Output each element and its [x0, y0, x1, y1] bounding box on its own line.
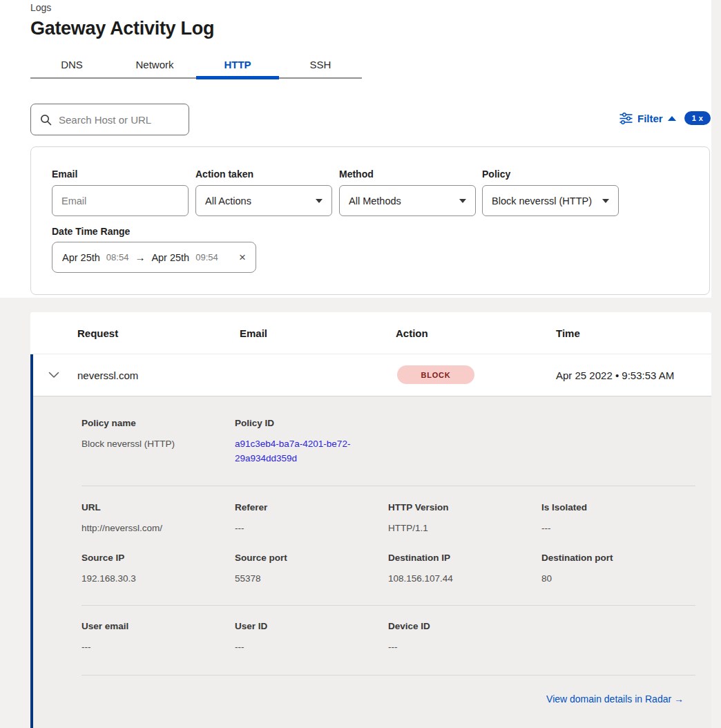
url-value: http://neverssl.com/ — [81, 521, 223, 535]
date-range-start-time: 08:54 — [106, 252, 129, 262]
date-range-end-date: Apr 25th — [151, 252, 189, 263]
column-header-request: Request — [77, 312, 118, 354]
device-id-field: Device ID --- — [388, 621, 530, 654]
tab-http[interactable]: HTTP — [196, 51, 279, 77]
user-email-label: User email — [81, 621, 223, 631]
policy-id-label: Policy ID — [235, 418, 376, 428]
policy-id-field: Policy ID a91c3eb4-ba7a-4201-be72-29a934… — [235, 418, 376, 466]
filter-toggle-button[interactable]: Filter 1 x — [619, 109, 711, 127]
filter-count-badge[interactable]: 1 x — [684, 111, 711, 125]
device-id-label: Device ID — [388, 621, 530, 631]
http-version-label: HTTP Version — [388, 502, 530, 513]
source-ip-field: Source IP 192.168.30.3 — [81, 553, 223, 586]
radar-details-link[interactable]: View domain details in Radar → — [546, 693, 684, 705]
source-port-value: 55378 — [235, 571, 376, 586]
column-header-action: Action — [396, 312, 428, 354]
date-range-start-date: Apr 25th — [62, 252, 100, 263]
http-version-value: HTTP/1.1 — [388, 521, 530, 535]
is-isolated-field: Is Isolated --- — [541, 502, 683, 535]
destination-ip-label: Destination IP — [388, 553, 530, 563]
user-id-label: User ID — [235, 621, 376, 631]
destination-port-value: 80 — [541, 571, 683, 586]
destination-port-field: Destination port 80 — [541, 553, 683, 586]
destination-port-label: Destination port — [541, 553, 683, 563]
breadcrumb: Logs — [30, 2, 51, 13]
is-isolated-value: --- — [541, 521, 683, 535]
user-email-value: --- — [81, 640, 223, 654]
section-divider — [81, 486, 695, 486]
table-row[interactable]: neverssl.com BLOCK Apr 25 2022 • 9:53:53… — [30, 354, 711, 396]
tab-dns[interactable]: DNS — [30, 51, 113, 77]
source-port-label: Source port — [235, 553, 376, 563]
tab-ssh[interactable]: SSH — [279, 51, 362, 77]
search-input[interactable] — [59, 114, 180, 126]
device-id-value: --- — [388, 640, 530, 654]
method-filter-value: All Methods — [349, 195, 401, 207]
column-header-time: Time — [556, 312, 580, 354]
method-filter-select[interactable]: All Methods — [339, 185, 476, 216]
date-range-label: Date Time Range — [52, 226, 130, 237]
policy-name-value: Block neverssl (HTTP) — [81, 437, 223, 451]
row-request-cell: neverssl.com — [77, 354, 138, 396]
action-filter-select[interactable]: All Actions — [195, 185, 332, 216]
policy-filter-select[interactable]: Block neverssl (HTTP) — [482, 185, 619, 216]
close-icon[interactable]: × — [239, 251, 246, 265]
source-ip-value: 192.168.30.3 — [81, 571, 223, 586]
policy-name-label: Policy name — [81, 418, 223, 428]
caret-down-icon — [602, 199, 609, 203]
date-range-end-time: 09:54 — [195, 252, 218, 262]
user-email-field: User email --- — [81, 621, 223, 654]
chevron-down-icon[interactable] — [48, 372, 59, 379]
user-id-value: --- — [235, 640, 376, 654]
email-filter-input[interactable] — [61, 195, 179, 207]
filter-label: Filter — [637, 113, 663, 124]
expanded-row-details: Policy name Block neverssl (HTTP) Policy… — [30, 396, 711, 728]
referer-label: Referer — [235, 502, 376, 513]
http-version-field: HTTP Version HTTP/1.1 — [388, 502, 530, 535]
email-filter-field[interactable] — [52, 185, 189, 216]
status-badge: BLOCK — [397, 365, 474, 384]
date-range-field[interactable]: Apr 25th 08:54 → Apr 25th 09:54 × — [52, 242, 256, 273]
tab-ssh-label: SSH — [310, 59, 331, 70]
tab-network-label: Network — [135, 59, 173, 70]
destination-ip-field: Destination IP 108.156.107.44 — [388, 553, 530, 586]
active-tab-indicator — [196, 76, 279, 79]
action-filter-label: Action taken — [195, 169, 253, 180]
method-filter-label: Method — [339, 169, 374, 180]
source-port-field: Source port 55378 — [235, 553, 376, 586]
url-label: URL — [81, 502, 223, 513]
url-field: URL http://neverssl.com/ — [81, 502, 223, 535]
row-time-cell: Apr 25 2022 • 9:53:53 AM — [556, 354, 674, 396]
page-title: Gateway Activity Log — [30, 18, 214, 39]
referer-value: --- — [235, 521, 376, 535]
search-icon — [40, 114, 52, 126]
action-filter-value: All Actions — [205, 195, 251, 207]
search-box[interactable] — [30, 104, 189, 135]
policy-filter-label: Policy — [482, 169, 510, 180]
log-type-tabs: DNS Network HTTP SSH — [30, 51, 362, 79]
caret-down-icon — [459, 199, 466, 203]
filter-panel: Email Action taken Method Policy All Act… — [30, 146, 710, 295]
tab-http-label: HTTP — [224, 59, 251, 70]
policy-id-link[interactable]: a91c3eb4-ba7a-4201-be72-29a934dd359d — [235, 437, 376, 466]
tab-dns-label: DNS — [61, 59, 83, 70]
destination-ip-value: 108.156.107.44 — [388, 571, 530, 586]
email-filter-label: Email — [52, 169, 77, 180]
is-isolated-label: Is Isolated — [541, 502, 683, 513]
section-divider — [81, 605, 695, 606]
section-divider — [81, 675, 695, 676]
source-ip-label: Source IP — [81, 553, 223, 563]
policy-name-field: Policy name Block neverssl (HTTP) — [81, 418, 223, 451]
arrow-right-icon: → — [135, 251, 145, 263]
user-id-field: User ID --- — [235, 621, 376, 654]
policy-filter-value: Block neverssl (HTTP) — [492, 195, 592, 207]
table-header: Request Email Action Time — [30, 312, 711, 354]
gateway-activity-log-page: Logs Gateway Activity Log DNS Network HT… — [0, 0, 721, 728]
referer-field: Referer --- — [235, 502, 376, 535]
column-header-email: Email — [240, 312, 267, 354]
tab-network[interactable]: Network — [113, 51, 196, 77]
caret-down-icon — [316, 199, 323, 203]
filter-sliders-icon — [619, 113, 633, 124]
caret-up-icon — [668, 116, 676, 121]
expanded-row-accent-bar — [30, 354, 33, 728]
